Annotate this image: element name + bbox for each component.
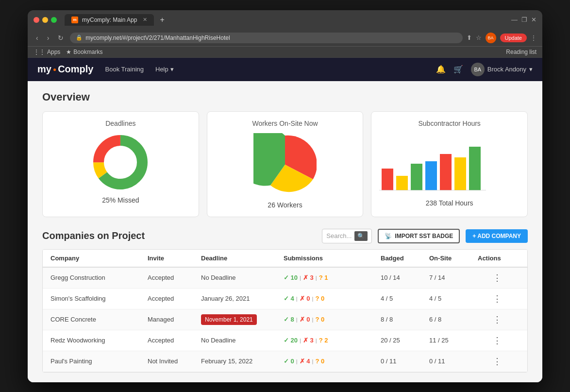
table-header: Company Invite Deadline Submissions Badg… bbox=[43, 250, 527, 268]
bookmarks-item[interactable]: ★ Bookmarks bbox=[66, 49, 102, 55]
cell-deadline-5: February 15, 2022 bbox=[201, 358, 284, 365]
deadlines-subtitle: 25% Missed bbox=[102, 196, 139, 204]
cell-submissions-3: ✓ 8 | ✗ 0 | ? 0 bbox=[284, 316, 381, 323]
apps-label: Apps bbox=[47, 49, 60, 55]
book-training-link[interactable]: Book Training bbox=[105, 66, 144, 73]
cell-submissions-2: ✓ 4 | ✗ 0 | ? 0 bbox=[284, 295, 381, 302]
apps-bookmark[interactable]: ⋮⋮ Apps bbox=[34, 49, 60, 55]
hours-card: Subcontractor Hours bbox=[371, 111, 528, 217]
cell-deadline-4: No Deadline bbox=[201, 337, 284, 344]
workers-title: Workers On-Site Now bbox=[252, 119, 318, 127]
tab-favicon: m bbox=[71, 17, 78, 23]
minimize-dot[interactable] bbox=[42, 17, 48, 23]
import-sst-button[interactable]: 📡 IMPORT SST BADGE bbox=[378, 229, 460, 243]
table-row: Simon's Scaffolding Accepted January 26,… bbox=[43, 289, 527, 309]
bookmark-icon[interactable]: ☆ bbox=[476, 34, 482, 41]
app-content: my●Comply Book Training Help ▾ 🔔 🛒 BA Br… bbox=[28, 58, 542, 382]
tab-close-button[interactable]: ✕ bbox=[143, 17, 147, 23]
cart-icon[interactable]: 🛒 bbox=[453, 65, 463, 74]
search-box[interactable]: Search... 🔍 bbox=[322, 229, 372, 243]
sub-red-4: ✗ 3 bbox=[303, 337, 314, 344]
cell-badged-5: 0 / 11 bbox=[381, 358, 429, 365]
col-deadline: Deadline bbox=[201, 255, 284, 262]
sub-green-3: ✓ 8 bbox=[284, 316, 294, 323]
user-avatar-small[interactable]: BA bbox=[486, 33, 496, 43]
cell-invite-3: Managed bbox=[148, 316, 201, 323]
col-submissions: Submissions bbox=[284, 255, 381, 262]
cell-submissions-4: ✓ 20 | ✗ 3 | ? 2 bbox=[284, 337, 381, 344]
cell-badged-3: 8 / 8 bbox=[381, 316, 429, 323]
actions-menu-3[interactable]: ⋮ bbox=[478, 314, 517, 325]
actions-menu-1[interactable]: ⋮ bbox=[478, 273, 517, 283]
maximize-dot[interactable] bbox=[51, 17, 57, 23]
user-menu[interactable]: BA Brock Andony ▾ bbox=[471, 63, 533, 76]
col-invite: Invite bbox=[148, 255, 201, 262]
lock-icon: 🔒 bbox=[76, 34, 83, 41]
notifications-icon[interactable]: 🔔 bbox=[436, 65, 446, 74]
sub-green-5: ✓ 0 bbox=[284, 358, 294, 365]
deadlines-card: Deadlines 25% Missed bbox=[42, 111, 199, 217]
hours-subtitle: 238 Total Hours bbox=[426, 199, 473, 207]
table-row: Paul's Painting Not Invited February 15,… bbox=[43, 351, 527, 372]
cell-company-3: CORE Concrete bbox=[50, 316, 148, 323]
logo-dot: ● bbox=[53, 66, 56, 73]
cell-submissions-1: ✓ 10 | ✗ 3 | ? 1 bbox=[284, 274, 381, 281]
cell-company-5: Paul's Painting bbox=[50, 358, 148, 365]
actions-menu-5[interactable]: ⋮ bbox=[478, 356, 517, 367]
reading-list-item[interactable]: Reading list bbox=[506, 49, 536, 55]
cell-onsite-5: 0 / 11 bbox=[429, 358, 478, 365]
cell-badged-2: 4 / 5 bbox=[381, 295, 429, 302]
sub-red-2: ✗ 0 bbox=[300, 295, 310, 302]
search-button[interactable]: 🔍 bbox=[354, 231, 368, 241]
svg-rect-6 bbox=[411, 164, 422, 190]
cell-company-2: Simon's Scaffolding bbox=[50, 295, 148, 302]
companies-table: Company Invite Deadline Submissions Badg… bbox=[42, 249, 528, 373]
close-dot[interactable] bbox=[34, 17, 39, 23]
update-button[interactable]: Update bbox=[500, 34, 527, 42]
workers-card: Workers On-Site Now 26 Workers bbox=[207, 111, 364, 217]
companies-title: Companies on Project bbox=[42, 230, 145, 241]
main-area: Overview Deadlines bbox=[28, 81, 542, 382]
url-bar[interactable]: 🔒 mycomply.net/#/projectV2/271/Manhattan… bbox=[70, 33, 462, 43]
import-label: IMPORT SST BADGE bbox=[395, 233, 453, 239]
cell-invite-5: Not Invited bbox=[148, 358, 201, 365]
new-tab-button[interactable]: + bbox=[160, 16, 164, 24]
browser-tab[interactable]: m myComply: Main App ✕ bbox=[65, 14, 154, 26]
col-badged: Badged bbox=[381, 255, 429, 262]
minimize-icon[interactable]: — bbox=[511, 16, 518, 23]
sub-orange-3: ? 0 bbox=[315, 316, 324, 323]
actions-menu-4[interactable]: ⋮ bbox=[478, 335, 517, 346]
user-chevron: ▾ bbox=[529, 66, 533, 73]
menu-dots[interactable]: ⋮ bbox=[531, 34, 536, 41]
restore-icon[interactable]: ❐ bbox=[521, 16, 527, 23]
apps-icon: ⋮⋮ bbox=[34, 49, 45, 55]
back-button[interactable]: ‹ bbox=[34, 33, 41, 43]
bookmarks-label: Bookmarks bbox=[73, 49, 102, 55]
sub-orange-1: ? 1 bbox=[319, 274, 328, 281]
table-row: CORE Concrete Managed November 1, 2021 ✓… bbox=[43, 309, 527, 330]
top-nav: my●Comply Book Training Help ▾ 🔔 🛒 BA Br… bbox=[28, 58, 542, 81]
user-initials: BA bbox=[474, 67, 481, 72]
svg-rect-9 bbox=[454, 157, 466, 190]
sub-red-3: ✗ 0 bbox=[300, 316, 310, 323]
star-icon: ★ bbox=[66, 49, 71, 55]
logo: my●Comply bbox=[37, 64, 94, 75]
sub-orange-5: ? 0 bbox=[315, 358, 324, 365]
sub-orange-4: ? 2 bbox=[319, 337, 328, 344]
add-company-button[interactable]: + ADD COMPANY bbox=[466, 229, 528, 243]
actions-menu-2[interactable]: ⋮ bbox=[478, 293, 517, 304]
refresh-button[interactable]: ↻ bbox=[55, 33, 66, 43]
svg-rect-8 bbox=[440, 154, 452, 190]
share-icon[interactable]: ⬆ bbox=[467, 34, 472, 41]
deadlines-donut bbox=[91, 133, 150, 191]
hours-title: Subcontractor Hours bbox=[418, 119, 480, 127]
forward-button[interactable]: › bbox=[45, 33, 52, 43]
workers-subtitle: 26 Workers bbox=[268, 201, 302, 209]
help-dropdown[interactable]: Help ▾ bbox=[155, 66, 174, 73]
workers-pie bbox=[253, 133, 317, 196]
cell-deadline-3: November 1, 2021 bbox=[201, 314, 284, 325]
svg-rect-4 bbox=[382, 169, 393, 190]
window-close-icon[interactable]: ✕ bbox=[531, 16, 536, 23]
cell-invite-2: Accepted bbox=[148, 295, 201, 302]
search-placeholder: Search... bbox=[326, 232, 352, 239]
